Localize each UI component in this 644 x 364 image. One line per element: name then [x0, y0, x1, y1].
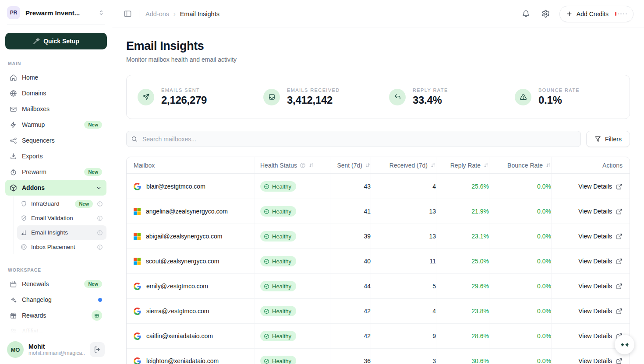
help-circle-icon[interactable]	[300, 162, 306, 168]
sent-value: 42	[330, 299, 371, 323]
status-badge: Healthy	[260, 306, 296, 316]
table-row: angelina@zealsynergyco.com Healthy 41 13…	[127, 199, 630, 224]
notifications-button[interactable]	[520, 8, 532, 20]
sidebar-item-addons[interactable]: Addons	[5, 180, 106, 196]
reply-rate-value: 23.8%	[436, 299, 489, 323]
status-badge: Healthy	[260, 256, 296, 266]
sidebar-item-home[interactable]: Home	[5, 70, 106, 85]
info-icon[interactable]	[97, 230, 103, 236]
sidebar-item-prewarm[interactable]: Prewarm New	[5, 164, 106, 180]
info-icon[interactable]	[97, 244, 103, 250]
stat-emails-received: EMAILS RECEIVED 3,412,142	[252, 88, 378, 106]
mailbox-email: sierra@zestgtmco.com	[146, 308, 209, 315]
sidebar-item-domains[interactable]: Domains	[5, 85, 106, 101]
add-credits-button[interactable]: Add Credits	[559, 6, 633, 22]
stat-value: 2,126,279	[161, 94, 207, 106]
sidebar-item-mailboxes[interactable]: Mailboxes	[5, 101, 106, 117]
sidebar-item-sequencers[interactable]: Sequencers	[5, 133, 106, 148]
sidebar-item-label: Inbox Placement	[31, 244, 93, 250]
view-details-link[interactable]: View Details	[578, 208, 623, 215]
view-details-link[interactable]: View Details	[578, 308, 623, 315]
sidebar-toggle-button[interactable]	[121, 7, 134, 21]
workspace-avatar: PR	[7, 6, 20, 19]
google-icon	[134, 332, 141, 340]
sidebar-item-email-validation[interactable]: Email Validation	[17, 211, 106, 225]
sidebar-item-warmup[interactable]: Warmup New	[5, 117, 106, 133]
assistant-widget-button[interactable]	[615, 335, 634, 354]
column-received[interactable]: Received (7d)	[371, 157, 436, 173]
google-icon	[134, 357, 141, 364]
app: PR Prewarm Invent... Quick Setup MAIN Ho…	[0, 0, 644, 364]
bounce-rate-value: 0.0%	[489, 249, 551, 273]
sidebar-item-renewals[interactable]: Renewals New	[5, 276, 106, 292]
column-actions: Actions	[551, 157, 630, 173]
status-badge: Healthy	[260, 356, 296, 364]
panel-left-icon	[124, 10, 132, 18]
new-badge: New	[84, 168, 102, 176]
column-bounce-rate[interactable]: Bounce Rate	[489, 157, 551, 173]
sort-icon[interactable]	[308, 162, 314, 168]
settings-button[interactable]	[540, 8, 552, 20]
inbox-icon	[263, 89, 280, 105]
sort-icon[interactable]	[545, 162, 551, 168]
sidebar-item-infraguard[interactable]: InfraGuard New	[17, 196, 106, 211]
received-value: 3	[371, 349, 436, 364]
external-link-icon	[616, 233, 623, 240]
column-mailbox[interactable]: Mailbox	[127, 157, 255, 173]
received-value: 5	[371, 274, 436, 298]
topbar: Add-ons › Email Insights Add Credits	[112, 0, 644, 28]
stat-label: EMAILS RECEIVED	[287, 88, 340, 93]
view-details-link[interactable]: View Details	[578, 233, 623, 240]
workspace-name: Prewarm Invent...	[25, 9, 92, 17]
sidebar-item-inbox-placement[interactable]: Inbox Placement	[17, 240, 106, 254]
chevron-down-icon	[96, 185, 102, 191]
sidebar-item-label: Warmup	[22, 121, 79, 128]
info-icon[interactable]	[97, 215, 103, 221]
timer-icon	[10, 168, 17, 176]
sidebar-item-email-insights[interactable]: Email Insights	[17, 225, 106, 240]
logout-button[interactable]	[90, 342, 105, 357]
sparkles-icon	[10, 296, 17, 304]
sidebar-item-label: Sequencers	[22, 137, 102, 144]
view-details-link[interactable]: View Details	[578, 283, 623, 290]
column-sent[interactable]: Sent (7d)	[330, 157, 371, 173]
notification-dot	[98, 298, 102, 302]
mailbox-email: caitlin@xeniadataio.com	[146, 332, 213, 340]
sort-icon[interactable]	[483, 162, 489, 168]
column-reply-rate[interactable]: Reply Rate	[436, 157, 489, 173]
sidebar-item-exports[interactable]: Exports	[5, 148, 106, 164]
sidebar-item-label: Addons	[22, 184, 91, 191]
quick-setup-label: Quick Setup	[43, 38, 79, 45]
gift-bubble-icon	[92, 310, 102, 321]
sort-icon[interactable]	[365, 162, 371, 168]
search-input[interactable]	[126, 131, 581, 147]
external-link-icon	[616, 283, 623, 290]
received-value: 4	[371, 299, 436, 323]
bounce-rate-value: 0.0%	[489, 174, 551, 199]
quick-setup-button[interactable]: Quick Setup	[5, 33, 107, 49]
bounce-rate-value: 0.0%	[489, 199, 551, 224]
view-details-link[interactable]: View Details	[578, 258, 623, 265]
stat-label: REPLY RATE	[413, 88, 448, 93]
mailbox-email: leighton@xeniadataio.com	[146, 357, 219, 364]
view-details-link[interactable]: View Details	[578, 183, 623, 190]
reply-rate-value: 25.0%	[436, 249, 489, 273]
view-details-link[interactable]: View Details	[578, 357, 623, 364]
globe-icon	[10, 90, 17, 97]
section-label-main: MAIN	[5, 61, 106, 70]
breadcrumb-parent[interactable]: Add-ons	[145, 10, 169, 18]
new-badge: New	[84, 121, 102, 129]
info-icon[interactable]	[97, 201, 103, 207]
sort-icon[interactable]	[430, 162, 436, 168]
column-health-status[interactable]: Health Status	[255, 157, 330, 173]
stat-label: BOUNCE RATE	[538, 88, 580, 93]
workspace-switcher[interactable]: PR Prewarm Invent...	[0, 0, 112, 24]
view-details-link[interactable]: View Details	[578, 332, 623, 340]
filters-button[interactable]: Filters	[586, 131, 630, 147]
main-area: Add-ons › Email Insights Add Credits E	[112, 0, 644, 364]
mailbox-email: emily@zestgtmco.com	[146, 283, 208, 290]
sidebar-item-rewards[interactable]: Rewards	[5, 308, 106, 323]
received-value: 13	[371, 224, 436, 248]
received-value: 13	[371, 199, 436, 224]
sidebar-item-changelog[interactable]: Changelog	[5, 292, 106, 308]
